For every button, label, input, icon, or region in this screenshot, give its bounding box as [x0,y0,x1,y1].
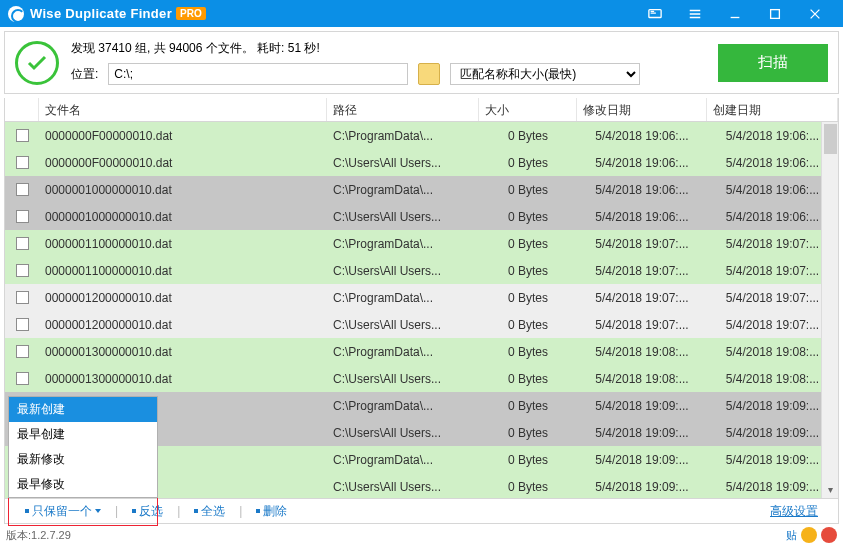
table-row[interactable]: 0000000F00000010.datC:\Users\All Users..… [5,149,838,176]
table-row[interactable]: 0000001000000010.datC:\Users\All Users..… [5,203,838,230]
cell-path: C:\ProgramData\... [327,345,479,359]
cell-size: 0 Bytes [479,156,577,170]
cell-size: 0 Bytes [479,183,577,197]
cell-filename: 0000001000000010.dat [39,210,327,224]
cell-filename: 0000001300000010.dat [39,372,327,386]
cell-filename: 0000001200000010.dat [39,318,327,332]
row-checkbox[interactable] [16,237,29,250]
col-header-size[interactable]: 大小 [479,98,577,121]
cell-created: 5/4/2018 19:08:... [707,345,838,359]
row-checkbox[interactable] [16,291,29,304]
cell-created: 5/4/2018 19:09:... [707,480,838,494]
cell-created: 5/4/2018 19:06:... [707,129,838,143]
titlebar: Wise Duplicate Finder PRO [0,0,843,27]
minimize-button[interactable] [715,0,755,27]
pro-badge: PRO [176,7,206,20]
cell-filename: 0000001100000010.dat [39,264,327,278]
scrollbar-down-icon[interactable]: ▾ [822,481,839,498]
col-header-name[interactable]: 文件名 [39,98,327,121]
cell-modified: 5/4/2018 19:06:... [577,129,707,143]
maximize-button[interactable] [755,0,795,27]
keep-one-action[interactable]: 只保留一个 [13,503,113,520]
cell-modified: 5/4/2018 19:07:... [577,318,707,332]
row-checkbox[interactable] [16,183,29,196]
dot-icon [25,509,29,513]
dot-icon [256,509,260,513]
cell-size: 0 Bytes [479,372,577,386]
cell-modified: 5/4/2018 19:06:... [577,156,707,170]
table-row[interactable]: 0000001200000010.datC:\ProgramData\...0 … [5,284,838,311]
cell-created: 5/4/2018 19:09:... [707,453,838,467]
cell-path: C:\ProgramData\... [327,183,479,197]
col-header-created[interactable]: 创建日期 [707,98,838,121]
select-all-label: 全选 [201,503,225,520]
table-row[interactable]: 0000001200000010.datC:\Users\All Users..… [5,311,838,338]
cell-modified: 5/4/2018 19:09:... [577,480,707,494]
vertical-scrollbar[interactable]: ▾ [821,122,838,498]
cell-filename: 0000001200000010.dat [39,291,327,305]
cell-modified: 5/4/2018 19:07:... [577,237,707,251]
cell-path: C:\Users\All Users... [327,156,479,170]
menu-icon[interactable] [675,0,715,27]
row-checkbox[interactable] [16,210,29,223]
status-icon-red[interactable] [821,527,837,543]
table-row[interactable]: 0000001300000010.datC:\Users\All Users..… [5,365,838,392]
close-button[interactable] [795,0,835,27]
invert-selection-action[interactable]: 反选 [120,503,175,520]
select-all-action[interactable]: 全选 [182,503,237,520]
table-row[interactable]: 0000000F00000010.datC:\ProgramData\...0 … [5,122,838,149]
popup-item[interactable]: 最早修改 [9,472,157,497]
table-row[interactable]: 0000001100000010.datC:\ProgramData\...0 … [5,230,838,257]
popup-item[interactable]: 最新修改 [9,447,157,472]
cell-modified: 5/4/2018 19:09:... [577,426,707,440]
row-checkbox[interactable] [16,264,29,277]
cell-filename: 0000001300000010.dat [39,345,327,359]
table-row[interactable]: 0000001300000010.datC:\ProgramData\...0 … [5,338,838,365]
footer-toolbar: 只保留一个 | 反选 | 全选 | 删除 高级设置 [4,498,839,524]
cell-created: 5/4/2018 19:09:... [707,399,838,413]
cell-created: 5/4/2018 19:09:... [707,426,838,440]
scrollbar-thumb[interactable] [824,124,837,154]
invert-label: 反选 [139,503,163,520]
status-icon-yellow[interactable] [801,527,817,543]
cell-created: 5/4/2018 19:06:... [707,156,838,170]
cell-path: C:\ProgramData\... [327,291,479,305]
cell-size: 0 Bytes [479,237,577,251]
cell-path: C:\ProgramData\... [327,453,479,467]
tip-label: 贴 [786,528,797,543]
location-input[interactable] [108,63,408,85]
app-title: Wise Duplicate Finder [30,6,172,21]
match-mode-select[interactable]: 匹配名称和大小(最快) [450,63,640,85]
cell-created: 5/4/2018 19:07:... [707,291,838,305]
cell-modified: 5/4/2018 19:06:... [577,183,707,197]
row-checkbox[interactable] [16,372,29,385]
col-header-path[interactable]: 路径 [327,98,479,121]
advanced-settings-action[interactable]: 高级设置 [758,503,830,520]
cell-path: C:\ProgramData\... [327,399,479,413]
summary-text: 发现 37410 组, 共 94006 个文件。 耗时: 51 秒! [71,40,706,57]
popup-item[interactable]: 最早创建 [9,422,157,447]
row-checkbox[interactable] [16,318,29,331]
svg-rect-1 [771,9,780,18]
cell-modified: 5/4/2018 19:08:... [577,345,707,359]
cell-size: 0 Bytes [479,129,577,143]
row-checkbox[interactable] [16,129,29,142]
cell-path: C:\Users\All Users... [327,372,479,386]
location-label: 位置: [71,66,98,83]
version-label: 版本:1.2.7.29 [6,528,71,543]
advanced-label: 高级设置 [770,503,818,520]
cell-created: 5/4/2018 19:06:... [707,183,838,197]
cell-size: 0 Bytes [479,291,577,305]
delete-action[interactable]: 删除 [244,503,299,520]
feedback-icon[interactable] [635,0,675,27]
table-row[interactable]: 0000001100000010.datC:\Users\All Users..… [5,257,838,284]
browse-folder-button[interactable] [418,63,440,85]
col-header-modified[interactable]: 修改日期 [577,98,707,121]
cell-size: 0 Bytes [479,345,577,359]
row-checkbox[interactable] [16,156,29,169]
scan-button[interactable]: 扫描 [718,44,828,82]
row-checkbox[interactable] [16,345,29,358]
popup-item[interactable]: 最新创建 [9,397,157,422]
table-row[interactable]: 0000001000000010.datC:\ProgramData\...0 … [5,176,838,203]
app-logo-icon [8,6,24,22]
